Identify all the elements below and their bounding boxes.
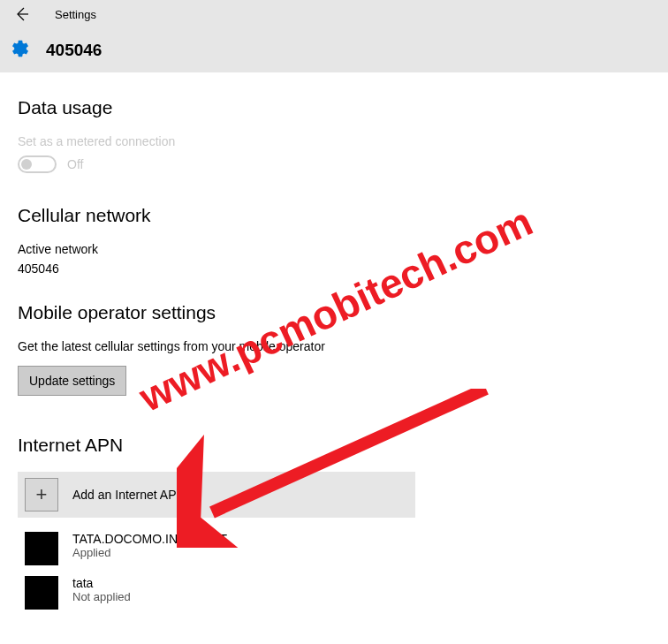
back-button[interactable] <box>12 5 30 23</box>
data-usage-heading: Data usage <box>18 97 650 118</box>
operator-settings-heading: Mobile operator settings <box>18 302 650 323</box>
add-internet-apn-button[interactable]: + Add an Internet APN <box>18 472 415 518</box>
apn-item-icon <box>25 576 58 610</box>
network-id-label: 405046 <box>46 41 102 60</box>
metered-toggle-state: Off <box>67 157 83 171</box>
active-network-label: Active network <box>18 242 650 256</box>
active-network-value: 405046 <box>18 261 650 276</box>
cellular-network-heading: Cellular network <box>18 205 650 226</box>
toggle-knob <box>21 159 32 170</box>
back-arrow-icon <box>13 6 29 22</box>
metered-connection-label: Set as a metered connection <box>18 134 650 148</box>
add-apn-label: Add an Internet APN <box>72 488 186 502</box>
plus-icon: + <box>25 478 58 511</box>
gear-icon <box>11 39 30 62</box>
apn-item-icon <box>25 532 58 565</box>
operator-settings-description: Get the latest cellular settings from yo… <box>18 339 650 353</box>
apn-item-name: TATA.DOCOMO.INTERNET <box>72 532 227 546</box>
update-settings-button[interactable]: Update settings <box>18 366 126 396</box>
header-title: Settings <box>55 8 96 21</box>
metered-toggle[interactable] <box>18 155 57 173</box>
apn-item-name: tata <box>72 576 131 590</box>
apn-list-item[interactable]: TATA.DOCOMO.INTERNET Applied <box>18 527 415 571</box>
window-header: Settings 405046 <box>0 0 668 72</box>
apn-item-status: Not applied <box>72 590 131 603</box>
internet-apn-heading: Internet APN <box>18 435 650 456</box>
apn-list-item[interactable]: tata Not applied <box>18 571 415 615</box>
apn-item-status: Applied <box>72 546 227 559</box>
